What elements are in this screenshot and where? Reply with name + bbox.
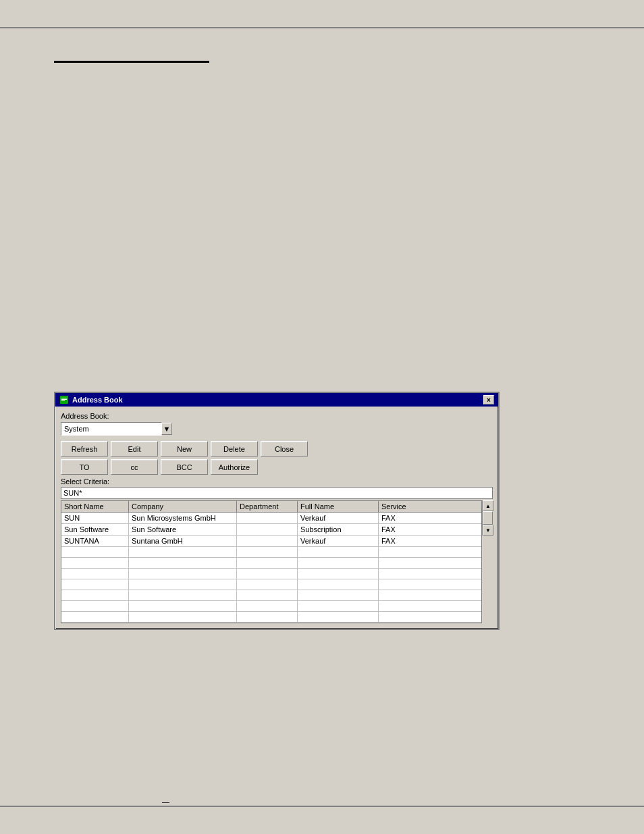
edit-button[interactable]: Edit [111,441,158,457]
col-header-short-name: Short Name [61,501,129,512]
empty-row [61,590,481,601]
empty-row [61,569,481,579]
table-scroll-area: Short Name Company Department Full Name … [61,500,493,623]
empty-cell [379,612,433,622]
empty-cell [237,590,298,600]
cell-department [237,513,298,523]
cell-service: FAX [379,524,433,535]
new-button[interactable]: New [161,441,208,457]
bcc-button[interactable]: BCC [161,459,208,475]
dialog-icon [59,395,69,405]
empty-row [61,612,481,623]
titlebar-left: Address Book [59,395,123,405]
empty-cell [129,590,237,600]
empty-cell [129,612,237,622]
empty-cell [61,569,129,579]
authorize-button[interactable]: Authorize [211,459,258,475]
dialog-wrapper: Address Book × Address Book: System ▼ Re… [54,392,500,630]
empty-cell [237,558,298,568]
svg-rect-3 [61,400,65,401]
button-row-2: TO cc BCC Authorize [61,459,493,475]
empty-cell [61,547,129,557]
scroll-thumb[interactable] [483,511,493,525]
refresh-button[interactable]: Refresh [61,441,108,457]
empty-cell [379,569,433,579]
empty-cell [298,569,379,579]
cell-full-name: Verkauf [298,513,379,523]
cell-department [237,524,298,535]
cell-company: Sun Microsystems GmbH [129,513,237,523]
cell-short-name: SUNTANA [61,536,129,546]
scroll-up-button[interactable]: ▲ [483,500,493,511]
cell-service: FAX [379,513,433,523]
bottom-border [0,806,644,807]
cell-service: FAX [379,536,433,546]
vertical-scrollbar[interactable]: ▲ ▼ [482,500,493,536]
cc-button[interactable]: cc [111,459,158,475]
close-button[interactable]: Close [261,441,308,457]
address-book-dropdown[interactable]: System [61,422,162,436]
cell-department [237,536,298,546]
scroll-track[interactable] [483,511,493,525]
button-row-1: Refresh Edit New Delete Close [61,441,493,457]
page-title-underline [54,61,209,63]
empty-cell [298,547,379,557]
empty-cell [61,601,129,611]
table-row[interactable]: Sun Software Sun Software Subscription F… [61,524,481,536]
dialog-body: Address Book: System ▼ Refresh Edit New … [55,407,498,629]
table-row[interactable]: SUNTANA Suntana GmbH Verkauf FAX [61,536,481,547]
empty-cell [61,558,129,568]
close-x-button[interactable]: × [483,395,494,405]
delete-button[interactable]: Delete [211,441,258,457]
svg-rect-2 [61,399,67,400]
empty-cell [61,612,129,622]
empty-cell [129,558,237,568]
empty-cell [237,579,298,590]
empty-cell [237,612,298,622]
empty-cell [237,547,298,557]
cell-full-name: Verkauf [298,536,379,546]
cell-short-name: Sun Software [61,524,129,535]
empty-cell [129,601,237,611]
empty-cell [298,612,379,622]
empty-cell [237,601,298,611]
empty-cell [129,569,237,579]
table-container: Short Name Company Department Full Name … [61,500,482,623]
empty-row [61,579,481,590]
col-header-service: Service [379,501,433,512]
address-book-label: Address Book: [61,412,493,420]
empty-cell [129,547,237,557]
empty-row [61,558,481,569]
empty-cell [379,601,433,611]
top-border [0,27,644,28]
table-header: Short Name Company Department Full Name … [61,501,481,513]
scroll-down-button[interactable]: ▼ [483,525,493,536]
empty-cell [298,579,379,590]
chevron-down-icon: ▼ [163,425,171,433]
select-criteria-label: Select Criteria: [61,477,493,486]
empty-row [61,601,481,612]
col-header-full-name: Full Name [298,501,379,512]
empty-row [61,547,481,558]
bottom-label: — [162,798,169,806]
empty-cell [298,601,379,611]
dropdown-arrow-button[interactable]: ▼ [161,423,172,435]
empty-cell [379,579,433,590]
empty-cell [298,558,379,568]
table-main: Short Name Company Department Full Name … [61,500,482,623]
empty-cell [298,590,379,600]
col-header-company: Company [129,501,237,512]
svg-rect-1 [61,398,67,398]
empty-cell [379,590,433,600]
dropdown-container: System ▼ [61,422,493,436]
cell-company: Sun Software [129,524,237,535]
table-row[interactable]: SUN Sun Microsystems GmbH Verkauf FAX [61,513,481,524]
dialog-title: Address Book [72,396,123,404]
dialog-titlebar: Address Book × [55,393,498,407]
empty-cell [379,547,433,557]
cell-full-name: Subscription [298,524,379,535]
cell-short-name: SUN [61,513,129,523]
to-button[interactable]: TO [61,459,108,475]
search-input[interactable] [61,487,493,499]
address-book-dialog: Address Book × Address Book: System ▼ Re… [54,392,500,630]
